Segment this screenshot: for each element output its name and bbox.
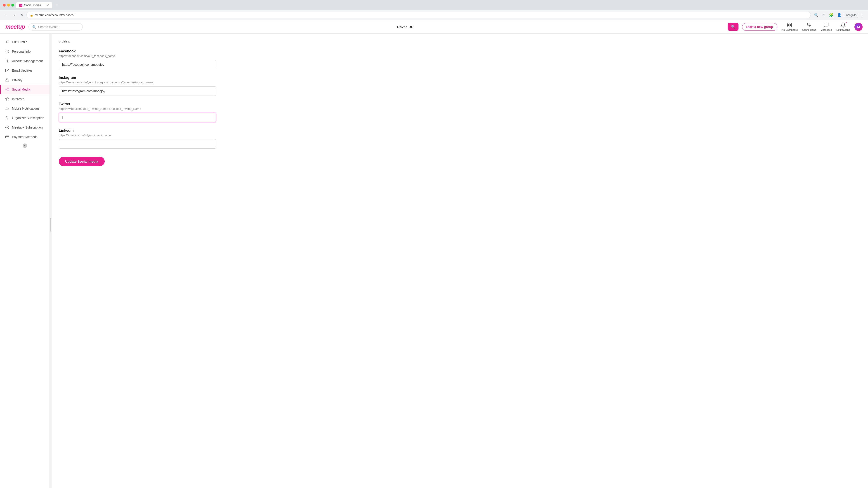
twitter-hint: https://twitter.com/Your_Twitter_Name or…: [59, 107, 216, 110]
location-display[interactable]: Dover, DE: [397, 25, 413, 29]
lock-icon: 🔒: [30, 13, 33, 17]
svg-point-14: [6, 89, 7, 90]
messages-label: Messages: [820, 29, 832, 31]
sidebar-item-privacy[interactable]: Privacy: [0, 75, 50, 85]
sidebar-item-edit-profile[interactable]: Edit Profile: [0, 37, 50, 47]
sidebar-label-meetup-subscription: Meetup+ Subscription: [12, 126, 43, 129]
scroll-indicator: ▼: [0, 143, 50, 148]
sidebar-item-social-media[interactable]: Social Media: [0, 85, 50, 94]
sidebar-label-interests: Interests: [12, 97, 24, 101]
main-content: profiles. Facebook https://facebook.com/…: [52, 34, 223, 488]
logo[interactable]: meetup: [5, 23, 25, 30]
svg-point-4: [807, 23, 809, 25]
avatar[interactable]: M: [855, 23, 863, 31]
minimize-window-button[interactable]: [7, 4, 10, 6]
new-tab-button[interactable]: +: [54, 2, 60, 8]
update-social-media-button[interactable]: Update Social media: [59, 157, 105, 166]
svg-point-6: [6, 41, 8, 42]
facebook-section: Facebook https://facebook.com/your_faceb…: [59, 49, 216, 69]
close-window-button[interactable]: [3, 4, 6, 6]
menu-icon[interactable]: ⋮: [859, 11, 865, 19]
sidebar-item-meetup-subscription[interactable]: Meetup+ Subscription: [0, 123, 50, 132]
nav-messages[interactable]: Messages: [820, 22, 832, 31]
svg-point-15: [8, 90, 9, 91]
sidebar-scroll-track[interactable]: [50, 34, 52, 488]
linkedin-label: Linkedin: [59, 129, 216, 133]
sidebar-scroll-thumb[interactable]: [50, 218, 51, 232]
search-icon: 🔍: [32, 25, 36, 29]
search-bar[interactable]: 🔍 Search events: [29, 23, 83, 31]
browser-tab[interactable]: m Social media ✕: [16, 2, 52, 8]
reload-button[interactable]: ↻: [19, 11, 25, 19]
instagram-label: Instagram: [59, 76, 216, 80]
sidebar-item-interests[interactable]: Interests: [0, 94, 50, 104]
search-toolbar-icon[interactable]: 🔍: [813, 11, 820, 19]
connections-label: Connections: [802, 29, 816, 31]
header-nav: Pro Dashboard Connections Messages Notif…: [781, 22, 863, 31]
linkedin-input[interactable]: [59, 139, 216, 149]
facebook-input[interactable]: [59, 60, 216, 69]
svg-point-19: [6, 116, 8, 119]
tab-label: Social media: [24, 3, 41, 7]
maximize-window-button[interactable]: [11, 4, 14, 6]
sidebar-item-email-updates[interactable]: Email Updates: [0, 66, 50, 75]
svg-rect-1: [790, 23, 792, 25]
sidebar-label-privacy: Privacy: [12, 78, 22, 82]
browser-chrome: m Social media ✕ + ← → ↻ 🔒 meetup.com/ac…: [0, 0, 868, 20]
address-bar[interactable]: 🔒 meetup.com/account/services/: [26, 12, 811, 18]
url-text: meetup.com/account/services/: [35, 13, 74, 17]
browser-titlebar: m Social media ✕ +: [0, 0, 868, 10]
app-body: Edit Profile Personal Info Account Manag…: [0, 34, 868, 488]
svg-point-5: [809, 25, 811, 27]
svg-rect-12: [6, 80, 9, 82]
sidebar-label-mobile-notifications: Mobile Notifications: [12, 107, 39, 110]
extensions-icon[interactable]: 🧩: [828, 11, 835, 19]
sidebar-label-payment-methods: Payment Methods: [12, 135, 37, 139]
search-button[interactable]: 🔍: [727, 23, 739, 31]
notifications-label: Notifications: [836, 29, 850, 31]
back-button[interactable]: ←: [3, 12, 9, 19]
search-placeholder: Search events: [38, 25, 58, 29]
forward-button[interactable]: →: [11, 12, 17, 19]
twitter-section: Twitter https://twitter.com/Your_Twitter…: [59, 102, 216, 122]
sidebar-item-payment-methods[interactable]: Payment Methods: [0, 132, 50, 142]
sidebar-label-edit-profile: Edit Profile: [12, 40, 27, 44]
profile-icon[interactable]: 👤: [836, 11, 843, 19]
sidebar-label-social-media: Social Media: [12, 88, 30, 91]
svg-marker-18: [6, 97, 9, 101]
tab-favicon: m: [19, 4, 22, 7]
app-header: meetup 🔍 Search events Dover, DE 🔍 Start…: [0, 20, 868, 34]
nav-pro-dashboard[interactable]: Pro Dashboard: [781, 22, 798, 31]
facebook-hint: https://facebook.com/your_facebook_name: [59, 54, 216, 58]
svg-rect-23: [6, 136, 9, 138]
toolbar-icons: 🔍 ☆ 🧩 👤 Incognito ⋮: [813, 11, 865, 19]
svg-point-13: [8, 88, 9, 89]
instagram-input[interactable]: [59, 86, 216, 96]
nav-notifications[interactable]: Notifications: [836, 22, 850, 31]
twitter-cursor: |: [62, 116, 63, 119]
sidebar-item-organizer-subscription[interactable]: Organizer Subscription: [0, 113, 50, 123]
sidebar-label-account-management: Account Management: [12, 59, 43, 63]
svg-rect-2: [787, 26, 789, 27]
notification-dot: [845, 22, 847, 24]
linkedin-section: Linkedin https://linkedin.com/in/yourlin…: [59, 129, 216, 149]
svg-point-10: [7, 61, 8, 62]
tab-close-button[interactable]: ✕: [46, 3, 49, 7]
bookmark-icon[interactable]: ☆: [821, 11, 827, 19]
twitter-input[interactable]: [59, 113, 216, 122]
sidebar-label-email-updates: Email Updates: [12, 69, 33, 72]
linkedin-hint: https://linkedin.com/in/yourlinkedinname: [59, 133, 216, 137]
sidebar: Edit Profile Personal Info Account Manag…: [0, 34, 50, 488]
nav-connections[interactable]: Connections: [802, 22, 816, 31]
sidebar-label-personal-info: Personal Info: [12, 50, 31, 53]
start-group-button[interactable]: Start a new group: [742, 23, 777, 31]
sidebar-item-account-management[interactable]: Account Management: [0, 56, 50, 66]
svg-rect-3: [790, 26, 792, 27]
page-intro: profiles.: [59, 39, 216, 44]
incognito-badge: Incognito: [844, 13, 858, 18]
sidebar-item-mobile-notifications[interactable]: Mobile Notifications: [0, 104, 50, 113]
sidebar-item-personal-info[interactable]: Personal Info: [0, 47, 50, 56]
svg-rect-0: [787, 23, 789, 25]
twitter-label: Twitter: [59, 102, 216, 106]
svg-line-16: [6, 90, 8, 90]
